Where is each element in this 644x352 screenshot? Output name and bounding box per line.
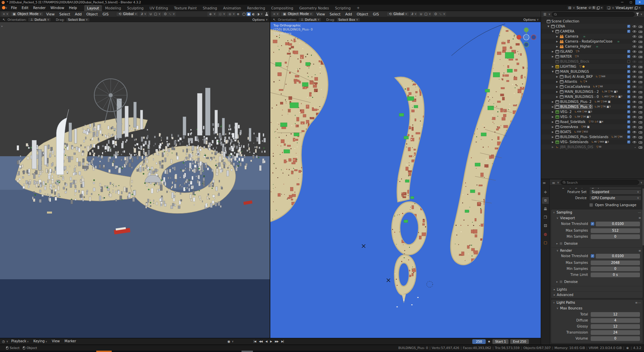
expand-arrow-icon[interactable]: ▶ xyxy=(555,96,559,98)
material-preview-icon[interactable]: ◐ xyxy=(251,12,256,16)
viewlayer-selector[interactable]: ❏ ∨ ViewLayer ✕ xyxy=(605,5,642,10)
preset-icon[interactable]: ≡ xyxy=(638,249,641,252)
max-samples-field[interactable]: 2048 xyxy=(591,260,640,265)
hide-eye-icon[interactable] xyxy=(633,70,636,73)
exclude-checkbox[interactable]: ✓ xyxy=(627,105,630,108)
properties-tab-world[interactable]: ◍ xyxy=(542,231,549,237)
outliner-row-water[interactable]: ▶WATER▽3✓ xyxy=(541,54,644,59)
pin-icon[interactable] xyxy=(588,7,591,9)
outliner-row-atlantis[interactable]: ▶Atlantis∟▽4✓ xyxy=(541,79,644,84)
expand-arrow-icon[interactable]: ▶ xyxy=(551,101,554,103)
drag-dropdown[interactable]: Select Box∨ xyxy=(336,17,360,22)
disable-render-icon[interactable] xyxy=(639,65,642,68)
hide-eye-icon[interactable] xyxy=(633,30,636,33)
disable-render-icon[interactable] xyxy=(639,131,642,133)
hide-eye-icon[interactable] xyxy=(633,60,636,63)
timeline-menu-playback[interactable]: Playback ∨ xyxy=(9,339,31,343)
exclude-checkbox[interactable]: ✓ xyxy=(627,115,630,118)
device-dropdown[interactable]: GPU Compute∨ xyxy=(589,195,641,200)
expand-arrow-icon[interactable]: ▼ xyxy=(551,70,554,73)
hide-eye-icon[interactable] xyxy=(633,65,636,68)
disable-render-icon[interactable] xyxy=(639,96,642,98)
scene-selector[interactable]: ⚄ ∨ Scene 6 ✕ xyxy=(566,5,604,10)
exclude-checkbox[interactable]: ✓ xyxy=(627,130,630,133)
transmission-field[interactable]: 24 xyxy=(591,330,640,335)
hide-eye-icon[interactable] xyxy=(633,106,636,108)
expand-arrow-icon[interactable]: ▶ xyxy=(555,80,559,83)
properties-tab-scene[interactable]: ⚄ xyxy=(542,222,549,229)
properties-editor-type-icon[interactable]: ⚌ xyxy=(543,181,546,184)
scrollbar[interactable] xyxy=(643,188,644,245)
disable-render-icon[interactable] xyxy=(639,60,642,63)
viewport-menu-object[interactable]: Object xyxy=(355,12,370,16)
editor-type-icon[interactable]: ◷ xyxy=(1,340,6,343)
outliner-row-camera[interactable]: ▼CAMERA✓ xyxy=(541,29,644,34)
sampling-panel-header[interactable]: ∨ Sampling ⋯ xyxy=(551,210,643,215)
viewport-menu-view[interactable]: View xyxy=(44,12,57,16)
options-button[interactable]: Options∨ xyxy=(252,18,268,21)
hide-eye-icon[interactable] xyxy=(633,50,636,53)
add-workspace-button[interactable]: + xyxy=(354,5,363,11)
expand-arrow-icon[interactable]: ▶ xyxy=(551,65,554,68)
hide-eye-icon[interactable] xyxy=(633,131,636,133)
transform-orientation-dropdown[interactable]: ⟲Global∨ xyxy=(116,12,139,16)
exclude-checkbox[interactable]: ✓ xyxy=(627,55,630,58)
hide-eye-icon[interactable] xyxy=(633,85,636,88)
render-denoise-toggle[interactable]: ▸ Denoise xyxy=(551,279,643,284)
viewport-menu-add[interactable]: Add xyxy=(343,12,354,16)
expand-arrow-icon[interactable]: ▶ xyxy=(551,136,554,138)
exclude-checkbox[interactable]: ✓ xyxy=(627,125,630,128)
advanced-panel-toggle[interactable]: ▸ Advanced xyxy=(551,291,643,297)
disable-render-icon[interactable] xyxy=(639,146,642,149)
play-button[interactable]: ▶ xyxy=(269,339,273,344)
hide-eye-icon[interactable] xyxy=(633,141,636,143)
exclude-checkbox[interactable]: ✓ xyxy=(627,120,630,123)
workspace-tab-uv-editing[interactable]: UV Editing xyxy=(147,5,171,11)
outliner-row-greenarea[interactable]: ▶GreenArea▽69▣✓ xyxy=(541,124,644,129)
exclude-checkbox[interactable]: ✓ xyxy=(627,110,630,113)
outliner-row-buildings-plus-2[interactable]: ▶BUILDINGS_Plus- 2∟9K▽24K▣✓ xyxy=(541,99,644,104)
outliner-row-buildings-plus-0[interactable]: ▶BUILDINGS_Plus- 0∟2K▽7K▣3✓ xyxy=(541,104,644,109)
time-limit-field[interactable]: 0 s xyxy=(591,273,640,277)
mode-dropdown[interactable]: ▣Object Mode∨ xyxy=(10,12,44,16)
expand-arrow-icon[interactable]: ▼ xyxy=(551,30,554,33)
disable-render-icon[interactable] xyxy=(639,55,642,58)
exclude-checkbox[interactable]: ✓ xyxy=(627,50,630,53)
exclude-checkbox[interactable]: ✓ xyxy=(627,100,630,103)
current-frame-field[interactable]: 250 xyxy=(472,339,486,344)
blender-menu-button[interactable]: ∨ xyxy=(2,6,7,9)
exclude-checkbox[interactable]: ✓ xyxy=(627,85,630,88)
disable-render-icon[interactable] xyxy=(639,91,642,93)
sampling-viewport-header[interactable]: ∨ Viewport ≡ xyxy=(551,215,643,221)
hide-eye-icon[interactable] xyxy=(633,35,636,38)
outliner-row-camera-higher[interactable]: ▶Camera_Higher∞ xyxy=(541,44,644,49)
new-scene-icon[interactable] xyxy=(597,6,599,9)
glossy-field[interactable]: 12 xyxy=(591,324,640,329)
menu-render[interactable]: Render xyxy=(31,6,48,10)
exclude-checkbox[interactable]: ✓ xyxy=(627,95,630,98)
start-frame-field[interactable]: Start 1 xyxy=(492,339,508,344)
close-icon[interactable]: ✕ xyxy=(600,6,603,9)
end-frame-field[interactable]: End 250 xyxy=(510,339,529,344)
outliner-row-boats[interactable]: ▶BOATS∟558▽652✓ xyxy=(541,129,644,134)
lights-panel-toggle[interactable]: ▸ Lights xyxy=(551,286,643,291)
viewport-denoise-toggle[interactable]: ▸ Denoise xyxy=(551,241,643,246)
menu-help[interactable]: Help xyxy=(67,6,79,10)
outliner-row-camera-rodagiganteclose[interactable]: ▶Camera - RodaGiganteClose∞ xyxy=(541,39,644,44)
outliner-row-cena[interactable]: ▼CENA✓ xyxy=(541,24,644,29)
proportional-edit-group[interactable]: ⊙∿∨ xyxy=(432,12,446,16)
disable-render-icon[interactable] xyxy=(639,50,642,53)
chevron-down-icon[interactable]: ⌄ xyxy=(634,145,636,149)
workspace-tab-layout[interactable]: Layout xyxy=(84,5,102,11)
workspace-tab-sculpting[interactable]: Sculpting xyxy=(124,5,147,11)
properties-tab-output[interactable]: 🖶 xyxy=(542,206,549,212)
hide-eye-icon[interactable] xyxy=(633,75,636,78)
expand-arrow-icon[interactable]: ▶ xyxy=(555,35,559,38)
viewport-menu-gis[interactable]: GIS xyxy=(371,12,381,16)
exclude-checkbox[interactable]: ✓ xyxy=(627,65,630,68)
expand-arrow-icon[interactable]: ▶ xyxy=(551,126,554,128)
workspace-tab-rendering[interactable]: Rendering xyxy=(244,5,268,11)
noise-threshold-checkbox[interactable]: ✓ xyxy=(591,222,594,226)
expand-arrow-icon[interactable]: ▶ xyxy=(551,116,554,118)
timeline-menu-keying[interactable]: Keying ∨ xyxy=(31,339,50,343)
